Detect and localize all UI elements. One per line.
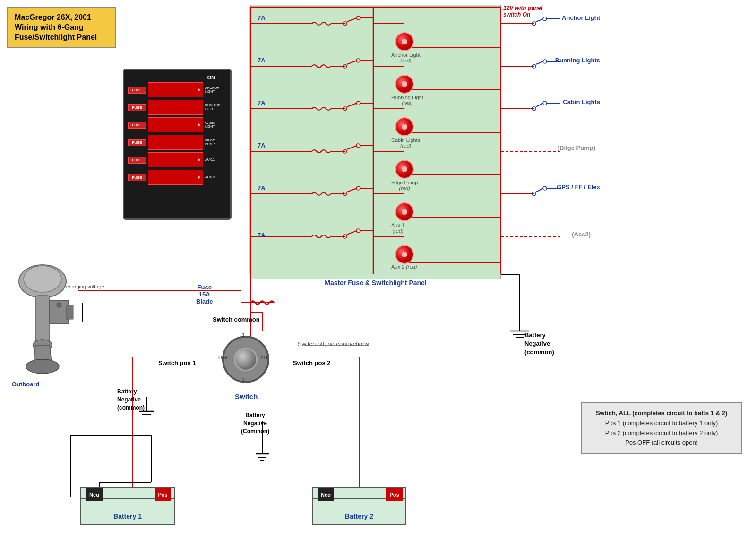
svg-point-34: [543, 60, 547, 63]
legend-line2: Pos 1 (completes circuit to battery 1 on…: [590, 418, 733, 428]
switch-label: Switch: [235, 392, 258, 401]
svg-line-6: [347, 18, 357, 22]
svg-point-50: [543, 101, 547, 105]
battery2-neg: Neg: [318, 488, 334, 501]
svg-point-56: [356, 144, 360, 148]
svg-line-33: [536, 61, 543, 64]
fuse-label-1: 7A: [258, 14, 266, 21]
svg-point-84: [356, 229, 360, 233]
svg-line-83: [347, 231, 357, 235]
master-panel-label: Master Fuse & Switchlight Panel: [255, 279, 496, 287]
svg-rect-145: [35, 296, 50, 343]
battery2-label: Battery 2: [345, 513, 373, 520]
svg-text:2: 2: [242, 378, 245, 383]
bilge-pump-indicator-text: Bilge Pump(red): [391, 180, 418, 191]
fuse-label-6: 7A: [258, 232, 266, 239]
twelve-volt-label: 12V with panelswitch On: [503, 5, 542, 18]
svg-point-7: [356, 16, 360, 20]
running-light-indicator: [395, 75, 414, 94]
battery1-label: Battery 1: [113, 513, 142, 520]
svg-text:1: 1: [242, 332, 245, 338]
battery-neg-common-right: BatteryNegative(common): [524, 331, 554, 357]
svg-line-67: [347, 188, 357, 192]
svg-point-40: [356, 101, 360, 105]
battery1-neg: Neg: [86, 488, 103, 501]
battery-neg-common-left: BatteryNegative(common): [117, 388, 145, 411]
svg-text:ALL: ALL: [260, 355, 269, 360]
aux1-indicator: [395, 202, 414, 221]
running-lights-label: Running Lights: [555, 57, 600, 64]
fuse-label-2: 7A: [258, 57, 266, 64]
battery1-box: Battery 1 Neg Pos: [80, 487, 175, 525]
bilge-pump-indicator: [395, 160, 414, 179]
battery2-box: Battery 2 Neg Pos: [312, 487, 406, 525]
legend-line3: Pos 2 (completes circuit to battery 2 on…: [590, 428, 733, 438]
legend-line4: Pos OFF (all circuits open): [590, 438, 733, 448]
svg-line-17: [536, 19, 543, 22]
svg-line-23: [347, 61, 357, 64]
bilge-pump-label: (Bilge Pump): [558, 144, 595, 151]
anchor-light-label: Anchor Light: [562, 14, 600, 21]
battery2-pos: Pos: [386, 488, 403, 501]
legend-line1: Swtich, ALL (completes circuit to batts …: [590, 409, 733, 418]
svg-point-18: [543, 17, 547, 21]
svg-text:OFF: OFF: [218, 355, 228, 360]
battery-neg-common-center: BatteryNegative(Common): [241, 411, 269, 435]
cabin-lights-label: Cabin Lights: [563, 98, 600, 105]
fuse-label-3: 7A: [258, 99, 266, 106]
svg-line-39: [347, 103, 357, 107]
svg-point-147: [26, 359, 59, 374]
svg-point-24: [356, 59, 360, 62]
svg-line-77: [536, 188, 543, 192]
svg-point-150: [57, 303, 61, 307]
anchor-light-indicator-text: Anchor Light(red): [391, 52, 421, 63]
svg-point-78: [543, 186, 547, 190]
svg-rect-149: [66, 305, 73, 319]
legend-box: Swtich, ALL (completes circuit to batts …: [581, 402, 742, 454]
fuse-15a-label: Fuse15ABlade: [196, 284, 213, 305]
anchor-light-indicator: [395, 32, 414, 51]
acc2-label: (Acc2): [572, 231, 591, 238]
gps-label: GPS / FF / Elex: [557, 183, 600, 191]
switch-pos2-label: Switch pos 2: [293, 359, 330, 366]
rotary-switch[interactable]: 1 ALL 2 OFF: [217, 331, 274, 388]
battery1-pos: Pos: [155, 488, 171, 501]
svg-line-49: [536, 103, 543, 107]
outboard-motor: [7, 262, 78, 385]
svg-point-68: [356, 186, 360, 190]
cabin-light-indicator: [395, 117, 414, 136]
fuse-label-5: 7A: [258, 184, 266, 192]
switch-common-label: Switch common: [213, 316, 260, 323]
switch-pos1-label: Switch pos 1: [158, 359, 196, 366]
svg-line-55: [347, 146, 357, 149]
fuse-label-4: 7A: [258, 142, 266, 149]
svg-point-144: [24, 266, 61, 292]
aux2-indicator: [395, 245, 414, 264]
switch-off-label: Switch off, no connections: [298, 340, 369, 348]
aux1-indicator-text: Aux 1(red): [391, 222, 404, 234]
running-light-indicator-text: Running Light(red): [391, 95, 423, 106]
aux2-indicator-text: Aux 2 (red): [391, 264, 417, 270]
cabin-lights-indicator-text: Cabin Lights(red): [391, 137, 420, 148]
